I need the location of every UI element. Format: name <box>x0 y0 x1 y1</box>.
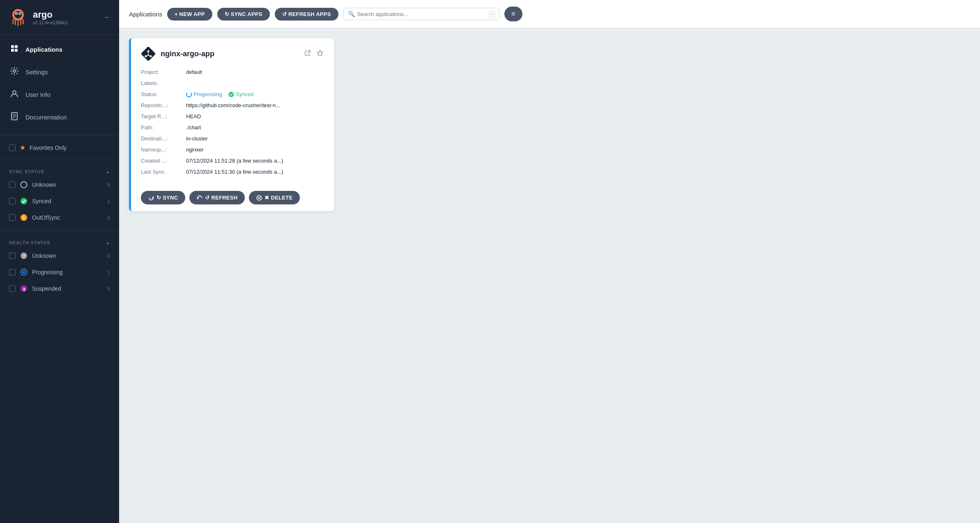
health-unknown-label: Unknown <box>32 252 99 259</box>
svg-point-10 <box>13 70 16 72</box>
sync-unknown-count: 0 <box>104 182 110 188</box>
search-slash: / <box>489 11 495 17</box>
filter-health-progressing[interactable]: Progressing 1 <box>0 264 119 280</box>
sync-apps-label: ↻ SYNC APPS <box>225 11 262 17</box>
filter-sync-outofsync[interactable]: ! OutOfSync 0 <box>0 209 119 226</box>
content-area: nginx-argo-app <box>119 28 980 523</box>
favorite-button[interactable] <box>315 48 324 60</box>
sync-synced-checkbox[interactable] <box>9 198 16 204</box>
sidebar-nav: Applications Settings User Info <box>0 35 119 132</box>
svg-point-5 <box>19 13 21 14</box>
new-app-label: + NEW APP <box>175 11 205 17</box>
favorites-checkbox[interactable] <box>9 145 16 151</box>
repo-value: https://github.com/code-crusher/test-n..… <box>186 101 324 110</box>
sidebar-settings-label: Settings <box>25 69 48 76</box>
filter-sync-synced[interactable]: Synced 1 <box>0 193 119 209</box>
external-link-button[interactable] <box>303 48 312 60</box>
repo-label: Reposito...: <box>141 101 186 110</box>
svg-rect-7 <box>15 45 18 48</box>
card-buttons: ↻ SYNC ↺ REFRESH ✖ DELETE <box>131 184 334 211</box>
svg-point-1 <box>14 11 22 18</box>
sidebar-item-applications[interactable]: Applications <box>0 38 119 61</box>
health-progressing-checkbox[interactable] <box>9 269 16 275</box>
sidebar-item-documentation[interactable]: Documentation <box>0 106 119 128</box>
labels-value <box>186 79 324 87</box>
spinner-ring <box>186 92 192 97</box>
path-label: Path: <box>141 123 186 132</box>
filter-sync-unknown[interactable]: Unknown 0 <box>0 177 119 193</box>
sync-unknown-icon <box>20 181 28 189</box>
created-value: 07/12/2024 11:51:28 (a few seconds a...) <box>186 156 324 165</box>
status-synced: Synced <box>228 91 253 97</box>
status-value: Progressing Synced <box>186 90 324 99</box>
project-value: default <box>186 68 324 76</box>
health-status-chevron[interactable]: ▲ <box>106 241 110 245</box>
filter-health-suspended[interactable]: ⏸ Suspended 0 <box>0 280 119 297</box>
sync-status-header: SYNC STATUS ▲ <box>0 165 119 177</box>
sidebar-userinfo-label: User Info <box>25 91 51 98</box>
namespace-value: nginxer <box>186 145 324 154</box>
back-icon[interactable]: ← <box>104 13 111 22</box>
path-value: ./chart <box>186 123 324 132</box>
dest-label: Destinati...: <box>141 134 186 143</box>
topbar: Applications + NEW APP ↻ SYNC APPS ↺ REF… <box>119 0 980 28</box>
app-name: nginx-argo-app <box>161 50 298 58</box>
view-toggle-button[interactable]: ≡ <box>504 7 522 21</box>
sync-outofsync-checkbox[interactable] <box>9 214 16 221</box>
app-card-header: nginx-argo-app <box>141 46 324 61</box>
health-unknown-checkbox[interactable] <box>9 252 16 259</box>
filter-health-unknown[interactable]: ? Unknown 0 <box>0 248 119 264</box>
svg-rect-6 <box>11 45 14 48</box>
new-app-button[interactable]: + NEW APP <box>167 8 212 21</box>
divider-3 <box>0 231 119 231</box>
health-unknown-icon: ? <box>20 252 28 260</box>
page-title: Applications <box>129 11 162 18</box>
health-status-header: HEALTH STATUS ▲ <box>0 236 119 248</box>
search-wrap: 🔍 / <box>343 8 499 20</box>
sync-outofsync-count: 0 <box>104 215 110 221</box>
health-progressing-count: 1 <box>104 269 110 275</box>
status-label: Status: <box>141 90 186 99</box>
divider-2 <box>0 160 119 160</box>
progressing-text: Progressing <box>193 91 222 97</box>
delete-btn-label: ✖ DELETE <box>265 195 292 201</box>
settings-icon <box>9 67 20 78</box>
health-suspended-icon: ⏸ <box>20 284 28 293</box>
sync-status-label: SYNC STATUS <box>9 169 44 174</box>
last-sync-label: Last Sync: <box>141 167 186 176</box>
sync-button[interactable]: ↻ SYNC <box>141 191 185 204</box>
sync-unknown-label: Unknown <box>32 181 99 188</box>
app-card-inner: nginx-argo-app <box>131 38 334 184</box>
health-suspended-count: 0 <box>104 286 110 292</box>
health-progressing-icon <box>20 268 28 276</box>
sidebar-item-settings[interactable]: Settings <box>0 61 119 83</box>
delete-button[interactable]: ✖ DELETE <box>249 191 300 204</box>
sync-status-section: SYNC STATUS ▲ Unknown 0 Synced 1 <box>0 163 119 227</box>
health-suspended-checkbox[interactable] <box>9 285 16 292</box>
favorites-row[interactable]: ★ Favorites Only <box>0 139 119 156</box>
sync-status-chevron[interactable]: ▲ <box>106 170 110 174</box>
refresh-button[interactable]: ↺ REFRESH <box>189 191 245 204</box>
svg-point-34 <box>229 92 234 97</box>
svg-point-17 <box>21 198 27 204</box>
svg-point-23 <box>23 271 25 273</box>
search-input[interactable] <box>357 11 486 17</box>
health-unknown-count: 0 <box>104 253 110 259</box>
sidebar-item-userinfo[interactable]: User Info <box>0 83 119 106</box>
svg-text:⏸: ⏸ <box>22 287 26 291</box>
git-icon <box>141 46 156 61</box>
divider-1 <box>0 135 119 135</box>
svg-point-16 <box>21 182 27 188</box>
documentation-icon <box>9 112 20 123</box>
sync-unknown-checkbox[interactable] <box>9 181 16 188</box>
sidebar-applications-label: Applications <box>25 46 62 53</box>
dest-value: in-cluster <box>186 134 324 143</box>
applications-icon <box>9 44 20 55</box>
sidebar-header: argo v2.11.4+e1284e1 ← <box>0 0 119 35</box>
synced-text: Synced <box>236 91 253 97</box>
view-toggle-icon: ≡ <box>511 10 515 18</box>
svg-point-11 <box>13 91 16 94</box>
refresh-btn-label: ↺ REFRESH <box>205 195 237 201</box>
sync-apps-button[interactable]: ↻ SYNC APPS <box>217 8 270 21</box>
refresh-apps-button[interactable]: ↺ REFRESH APPS <box>275 8 338 21</box>
